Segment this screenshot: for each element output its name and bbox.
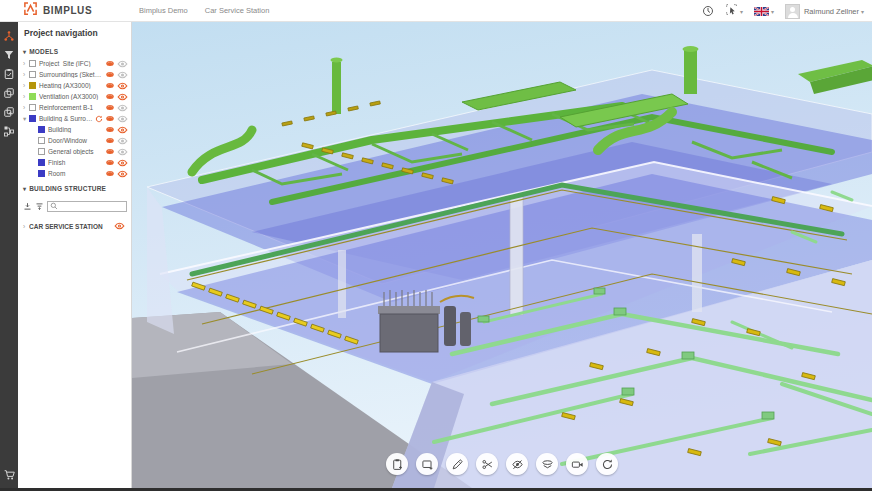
avatar	[785, 4, 800, 19]
model-checkbox[interactable]	[29, 60, 36, 67]
visibility-eye-icon[interactable]	[114, 222, 125, 230]
tree-row-model[interactable]: Building	[18, 124, 131, 135]
bimplus-logo[interactable]: BIMPLUS	[23, 1, 92, 20]
model-checkbox[interactable]	[29, 71, 36, 78]
model-structure-icon	[3, 123, 15, 141]
hidden-objects-icon	[511, 458, 524, 471]
touch-toggle-icon[interactable]	[105, 104, 115, 111]
viewport-button-section-scissors[interactable]	[476, 453, 498, 475]
tree-row-model[interactable]: ›Heating (AX3000)	[18, 80, 131, 91]
model-checkbox[interactable]	[38, 137, 45, 144]
tree-row-model[interactable]: Room	[18, 168, 131, 179]
models-section-header[interactable]: ▾ MODELS	[18, 45, 131, 58]
touch-toggle-icon[interactable]	[105, 93, 115, 100]
viewport-button-add-task[interactable]	[386, 453, 408, 475]
touch-toggle-icon[interactable]	[105, 137, 115, 144]
touch-toggle-icon[interactable]	[105, 159, 115, 166]
chevron-down-icon: ▾	[861, 8, 864, 15]
cart-icon[interactable]	[0, 467, 18, 485]
model-color-chip[interactable]	[38, 170, 45, 177]
model-checkbox[interactable]	[38, 148, 45, 155]
viewport-button-camera[interactable]	[566, 453, 588, 475]
visibility-eye-icon[interactable]	[117, 159, 128, 167]
model-label: Surroundings (Sketchup)	[39, 71, 103, 78]
panel-title: Project navigation	[18, 22, 131, 45]
topbar-right: ▾ ▾ Raimund Zellner ▾	[702, 0, 864, 22]
visibility-eye-icon[interactable]	[117, 82, 128, 90]
add-view-icon	[421, 458, 434, 471]
model-label: Door/Window	[48, 137, 103, 144]
touch-toggle-icon[interactable]	[105, 126, 115, 133]
model-label: Reinforcement B-1	[39, 104, 103, 111]
triangle-expanded-icon: ▾	[23, 48, 26, 55]
building-structure-section-header[interactable]: ▾ BUILDING STRUCTURE	[18, 182, 131, 195]
model-label: Building & Surround...	[39, 115, 93, 122]
model-color-chip[interactable]	[29, 82, 36, 89]
clock-icon[interactable]	[702, 5, 714, 17]
touch-toggle-icon[interactable]	[105, 170, 115, 177]
viewport-button-section-plane[interactable]	[536, 453, 558, 475]
camera-icon	[571, 458, 584, 471]
visibility-eye-icon[interactable]	[117, 170, 128, 178]
viewport-button-reset-view[interactable]	[596, 453, 618, 475]
viewport-button-hidden-objects[interactable]	[506, 453, 528, 475]
user-menu[interactable]: Raimund Zellner ▾	[785, 4, 864, 19]
visibility-eye-icon[interactable]	[117, 137, 128, 145]
project-navigation-panel: Project navigation ▾ MODELS ›Project_Sit…	[18, 22, 132, 488]
rail-item-duplicate-layers[interactable]	[0, 103, 18, 122]
visibility-eye-icon[interactable]	[117, 115, 128, 123]
model-color-chip[interactable]	[38, 159, 45, 166]
touch-toggle-icon[interactable]	[105, 148, 115, 155]
tree-row-model[interactable]: ›Project_Site (IFC)	[18, 58, 131, 69]
tree-row-model[interactable]: General objects	[18, 146, 131, 157]
model-label: Heating (AX3000)	[39, 82, 103, 89]
visibility-eye-icon[interactable]	[117, 60, 128, 68]
project-navigation-icon	[3, 28, 15, 46]
tree-row-model[interactable]: Door/Window	[18, 135, 131, 146]
visibility-eye-icon[interactable]	[117, 148, 128, 156]
visibility-eye-icon[interactable]	[117, 104, 128, 112]
top-menu: Bimplus Demo Car Service Station	[139, 6, 269, 15]
viewport-button-add-view[interactable]	[416, 453, 438, 475]
touch-toggle-icon[interactable]	[105, 71, 115, 78]
tree-row-model[interactable]: ▾Building & Surround...	[18, 113, 131, 124]
rail-item-tasks-clipboard[interactable]	[0, 65, 18, 84]
visibility-eye-icon[interactable]	[117, 126, 128, 134]
language-selector[interactable]: ▾	[754, 2, 774, 20]
tree-row-model[interactable]: ›Ventilation (AX3000)	[18, 91, 131, 102]
model-color-chip[interactable]	[29, 93, 36, 100]
duplicate-layers-icon	[3, 104, 15, 122]
menu-item-bimplus-demo[interactable]: Bimplus Demo	[139, 6, 188, 15]
viewport-3d-model[interactable]	[132, 22, 872, 488]
reset-view-icon	[601, 458, 614, 471]
model-checkbox[interactable]	[29, 104, 36, 111]
rail-item-filter[interactable]	[0, 46, 18, 65]
rail-item-project-navigation[interactable]	[0, 27, 18, 46]
car-service-station-row[interactable]: › CAR SERVICE STATION	[18, 218, 131, 234]
left-toolbar-rail	[0, 22, 18, 491]
pointer-mode-dropdown[interactable]: ▾	[725, 2, 743, 20]
viewport-button-measure-pencil[interactable]	[446, 453, 468, 475]
tree-row-model[interactable]: ›Surroundings (Sketchup)	[18, 69, 131, 80]
tree-row-model[interactable]: Finish	[18, 157, 131, 168]
model-color-chip[interactable]	[38, 126, 45, 133]
car-service-station-label: CAR SERVICE STATION	[29, 223, 112, 230]
models-tree: ›Project_Site (IFC)›Surroundings (Sketch…	[18, 58, 131, 179]
touch-toggle-icon[interactable]	[105, 60, 115, 67]
rail-item-copy-layers[interactable]	[0, 84, 18, 103]
structure-search-input[interactable]	[59, 203, 124, 210]
viewport-toolbar	[386, 453, 618, 475]
touch-toggle-icon[interactable]	[105, 82, 115, 89]
touch-toggle-icon[interactable]	[105, 115, 115, 122]
menu-item-car-service-station[interactable]: Car Service Station	[205, 6, 270, 15]
sync-icon[interactable]	[95, 115, 103, 123]
collapse-all-icon[interactable]	[23, 197, 32, 215]
visibility-eye-icon[interactable]	[117, 93, 128, 101]
measure-pencil-icon	[451, 458, 464, 471]
tree-row-model[interactable]: ›Reinforcement B-1	[18, 102, 131, 113]
filter-levels-icon[interactable]	[35, 197, 44, 215]
concrete-column	[338, 250, 346, 318]
rail-item-model-structure[interactable]	[0, 122, 18, 141]
visibility-eye-icon[interactable]	[117, 71, 128, 79]
model-color-chip[interactable]	[29, 115, 36, 122]
